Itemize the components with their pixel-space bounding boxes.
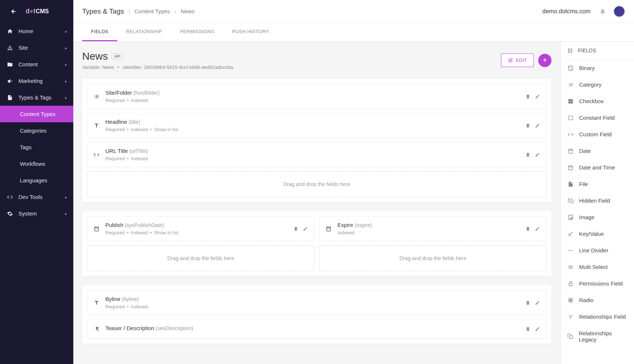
field-card[interactable]: Expire(expire) Indexed <box>319 216 546 241</box>
field-card[interactable]: Byline(byline) Required•Indexed <box>87 290 546 315</box>
delete-icon[interactable] <box>525 152 530 157</box>
field-group: Publish(sysPublishDate) Required•Indexed… <box>82 211 551 276</box>
palette-item-key-value[interactable]: Key/Value <box>561 225 634 242</box>
tab-push-history[interactable]: PUSH HISTORY <box>223 23 278 41</box>
field-card[interactable]: Teaser / Description(seoDescription) <box>87 319 546 339</box>
sidebar-item-content[interactable]: Content▴ <box>0 56 73 73</box>
palette-item-binary[interactable]: Binary <box>561 60 634 76</box>
code-icon <box>567 132 574 137</box>
sidebar-subitem-workflows[interactable]: Workflows <box>0 155 73 172</box>
edit-icon[interactable] <box>535 226 540 231</box>
sidebar-subitem-categories[interactable]: Categories <box>0 122 73 139</box>
field-title: Headline <box>105 119 127 125</box>
svg-rect-9 <box>571 52 572 53</box>
palette-item-image[interactable]: Image <box>561 209 634 225</box>
field-title: Byline <box>105 296 120 302</box>
delete-icon[interactable] <box>293 226 298 231</box>
chevron-up-icon: ▴ <box>65 195 67 199</box>
grid-icon <box>567 48 573 53</box>
field-title: Site/Folder <box>105 90 132 96</box>
field-variable: (title) <box>129 119 140 125</box>
tab-permissions[interactable]: PERMISSIONS <box>171 23 223 41</box>
calendar-icon <box>567 165 574 171</box>
sidebar-item-system[interactable]: System▴ <box>0 205 73 222</box>
palette-item-line-divider[interactable]: Line Divider <box>561 242 634 259</box>
field-card[interactable]: URL Title(urlTitle) Required•Indexed <box>87 142 546 167</box>
domain-label[interactable]: demo.dotcms.com <box>542 8 591 15</box>
sidebar-subitem-content-types[interactable]: Content Types <box>0 106 73 122</box>
field-card[interactable]: Headline(title) Required•Indexed•Show in… <box>87 113 546 138</box>
svg-rect-21 <box>569 283 572 286</box>
palette-item-checkbox[interactable]: Checkbox <box>561 93 634 109</box>
palette-item-file[interactable]: File <box>561 176 634 192</box>
tab-fields[interactable]: FIELDS <box>82 23 117 41</box>
field-meta: Indexed <box>337 230 525 235</box>
sidebar-item-site[interactable]: Site▴ <box>0 39 73 56</box>
merge-icon <box>567 314 574 320</box>
sidebar-item-home[interactable]: Home▴ <box>0 23 73 39</box>
svg-rect-24 <box>570 336 572 339</box>
svg-rect-10 <box>568 66 573 70</box>
palette-item-constant-field[interactable]: Constant Field <box>561 109 634 126</box>
breadcrumb: Content Types › News <box>134 8 195 14</box>
back-button[interactable] <box>10 8 17 15</box>
palette-item-category[interactable]: Category <box>561 76 634 93</box>
delete-icon[interactable] <box>525 94 530 99</box>
delete-icon[interactable] <box>525 300 530 305</box>
delete-icon[interactable] <box>525 123 530 128</box>
sidebar-subitem-tags[interactable]: Tags <box>0 139 73 155</box>
delete-icon[interactable] <box>525 326 530 332</box>
palette-item-hidden-field[interactable]: Hidden Field <box>561 192 634 209</box>
palette-item-radio[interactable]: Radio <box>561 292 634 308</box>
paragraph-icon <box>94 326 101 332</box>
field-variable: (hostfolder) <box>134 90 160 96</box>
home-icon <box>7 28 13 34</box>
calendar-icon <box>94 226 101 232</box>
delete-icon[interactable] <box>525 226 530 231</box>
breadcrumb-item[interactable]: Content Types <box>134 8 170 14</box>
edit-button[interactable]: EDIT <box>501 53 534 67</box>
sidebar-subitem-languages[interactable]: Languages <box>0 172 73 189</box>
tab-relationship[interactable]: RELATIONSHIP <box>117 23 171 41</box>
edit-icon[interactable] <box>535 152 540 157</box>
dropzone[interactable]: Drag and drop the fields here <box>87 245 314 271</box>
page-title: News <box>82 50 108 62</box>
copy-icon <box>567 333 574 339</box>
field-meta: Required•Indexed•Show in list <box>105 127 525 132</box>
code-icon <box>7 194 13 200</box>
dropzone[interactable]: Drag and drop the fields here <box>319 245 546 271</box>
api-badge[interactable]: API <box>112 53 123 60</box>
edit-icon[interactable] <box>535 300 540 305</box>
palette-item-permissions-field[interactable]: Permissions Field <box>561 275 634 292</box>
chevron-up-icon: ▴ <box>65 62 67 66</box>
field-card[interactable]: Publish(sysPublishDate) Required•Indexed… <box>87 216 314 241</box>
sidebar-item-types-tags[interactable]: Types & Tags▴ <box>0 89 73 106</box>
field-card[interactable]: Site/Folder(hostfolder) Required•Indexed <box>87 84 546 109</box>
palette-item-relationships-field[interactable]: Relationships Field <box>561 308 634 325</box>
palette-item-date[interactable]: Date <box>561 143 634 159</box>
sidebar-item-marketing[interactable]: Marketing▴ <box>0 73 73 89</box>
palette-item-multi-select[interactable]: Multi Select <box>561 259 634 275</box>
chevron-up-icon: ▴ <box>65 46 67 50</box>
notifications-icon[interactable] <box>599 8 606 15</box>
dots-icon <box>567 248 574 253</box>
list-icon <box>567 82 574 88</box>
chevron-right-icon: › <box>175 8 176 14</box>
svg-rect-6 <box>568 50 570 51</box>
code-icon <box>94 152 101 158</box>
add-button[interactable]: + <box>538 54 551 67</box>
field-meta: Required•Indexed <box>105 98 525 103</box>
edit-icon[interactable] <box>535 326 540 332</box>
content-meta: Variable: News • Identifier: 28039964-56… <box>82 64 501 70</box>
palette-item-custom-field[interactable]: Custom Field <box>561 126 634 143</box>
edit-icon[interactable] <box>303 226 308 231</box>
palette-item-relationships-legacy[interactable]: Relationships Legacy <box>561 325 634 348</box>
edit-icon[interactable] <box>535 123 540 128</box>
field-variable: (seoDescription) <box>156 325 193 331</box>
palette-item-date-and-time[interactable]: Date and Time <box>561 159 634 176</box>
sidebar-item-dev-tools[interactable]: Dev Tools▴ <box>0 189 73 205</box>
dropzone[interactable]: Drag and drop the fields here <box>87 171 546 197</box>
edit-icon[interactable] <box>535 94 540 99</box>
svg-rect-8 <box>568 52 570 53</box>
avatar[interactable] <box>613 6 625 17</box>
